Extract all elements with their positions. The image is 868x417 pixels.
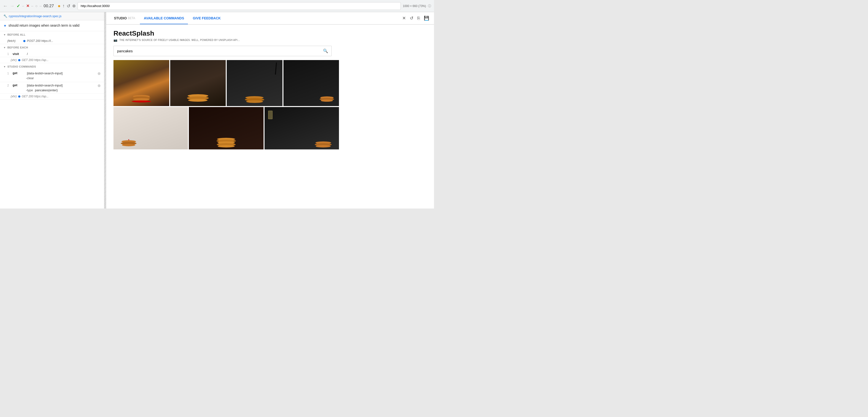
- app-subtitle-row: 📷 THE INTERNET'S SOURCE OF FREELY USABLE…: [114, 38, 427, 42]
- tab-give-feedback[interactable]: GIVE FEEDBACK: [189, 12, 224, 24]
- studio-xhr-row: (xhr) GET 200 https://ap...: [0, 94, 104, 100]
- search-input[interactable]: [114, 46, 319, 56]
- status-dash2: --: [31, 4, 33, 8]
- get-2-delete-button[interactable]: ⊗: [97, 83, 101, 88]
- test-icon: ✦: [3, 24, 6, 28]
- file-path-text: cypress/integration/image-search.spec.js: [9, 14, 61, 18]
- tab-available-commands[interactable]: AVAILABLE COMMANDS: [140, 12, 188, 24]
- before-each-label: BEFORE EACH: [7, 46, 28, 49]
- status-dash: --: [22, 4, 24, 8]
- sidebar-file-path[interactable]: 🔧 cypress/integration/image-search.spec.…: [0, 12, 104, 20]
- back-button[interactable]: ←: [3, 3, 8, 9]
- image-4: [283, 60, 339, 106]
- get-1-cmd-row: 1 get [data-testid=search-input] ⊗ -clea…: [0, 70, 104, 82]
- camera-icon: 📷: [114, 38, 118, 42]
- search-bar: 🔍: [114, 46, 332, 56]
- forward-button[interactable]: →: [10, 3, 14, 9]
- visit-num: 1: [7, 52, 12, 56]
- arrow-up-icon: ↑: [63, 3, 65, 8]
- visit-arg: /: [27, 52, 28, 56]
- search-button[interactable]: 🔍: [319, 46, 332, 56]
- before-all-caret: ▼: [3, 33, 6, 36]
- app-subtitle: THE INTERNET'S SOURCE OF FREELY USABLE I…: [120, 39, 240, 41]
- beta-label: BETA: [128, 16, 135, 20]
- image-2: [170, 60, 226, 106]
- reload-button[interactable]: ↺: [67, 3, 70, 9]
- xhr-dot: [18, 59, 20, 61]
- before-each-section-header[interactable]: ▼ BEFORE EACH: [0, 44, 104, 51]
- studio-commands-label: STUDIO COMMANDS: [7, 65, 36, 68]
- image-3: [227, 60, 282, 106]
- fetch-label: (fetch): [7, 39, 22, 43]
- get-1-num: 1: [7, 71, 12, 75]
- image-grid-bottom: [114, 107, 339, 149]
- vertical-divider: [104, 12, 106, 209]
- browser-chrome: ← → ✓ -- ✕ -- ○ -- 00.27 ● ↑ ↺ ⊕ 1000 × …: [0, 0, 434, 12]
- get-2-name: get: [12, 83, 26, 87]
- before-all-section-header[interactable]: ▼ BEFORE ALL: [0, 31, 104, 38]
- undo-button[interactable]: ↺: [409, 14, 414, 22]
- give-feedback-label: GIVE FEEDBACK: [193, 16, 221, 20]
- save-panel-icon: 💾: [424, 16, 429, 21]
- studio-label: STUDIO: [114, 16, 127, 20]
- viewport-info: 1000 × 660 (73%): [403, 4, 426, 8]
- loading-icon: ○: [35, 4, 38, 8]
- visit-cmd-row: 1 visit /: [0, 51, 104, 57]
- before-all-label: BEFORE ALL: [7, 33, 26, 36]
- fetch-cmd-row: (fetch) POST 200 https://l...: [0, 38, 104, 44]
- get-2-arg: [data-testid=search-input]: [27, 83, 63, 88]
- get-1-arg: [data-testid=search-input]: [27, 71, 63, 75]
- undo-icon: ↺: [410, 16, 413, 21]
- close-panel-button[interactable]: ✕: [401, 14, 407, 22]
- status-x-icon: ✕: [26, 4, 29, 8]
- status-check-icon: ✓: [17, 3, 20, 9]
- xhr-label: (xhr): [11, 58, 17, 62]
- studio-xhr-status: GET 200 https://ap...: [22, 95, 49, 98]
- before-each-xhr-row: (xhr) GET 200 https://ap...: [0, 57, 104, 63]
- commands-list: ▼ BEFORE ALL (fetch) POST 200 https://l.…: [0, 31, 104, 209]
- main-layout: 🔧 cypress/integration/image-search.spec.…: [0, 12, 434, 209]
- location-icon-button[interactable]: ⊕: [72, 3, 76, 8]
- save-panel-button[interactable]: 💾: [423, 14, 430, 22]
- xhr-status: GET 200 https://ap...: [22, 58, 49, 62]
- studio-xhr-label: (xhr): [11, 95, 17, 98]
- fetch-dot: [23, 40, 26, 42]
- close-icon: ✕: [402, 16, 406, 21]
- studio-commands-section-header[interactable]: ▼ STUDIO COMMANDS: [0, 63, 104, 70]
- before-each-caret: ▼: [3, 46, 6, 49]
- app-title: ReactSplash: [114, 30, 427, 37]
- visit-name: visit: [12, 52, 26, 56]
- get-2-cmd-row: 2 get [data-testid=search-input] ⊗ -type…: [0, 82, 104, 94]
- info-icon: ⓘ: [428, 4, 431, 8]
- get-2-sub-name: -type: [26, 89, 33, 92]
- preview-area: ReactSplash 📷 THE INTERNET'S SOURCE OF F…: [106, 25, 434, 209]
- file-icon: 🔧: [3, 14, 7, 18]
- image-7: [265, 107, 339, 149]
- sidebar: 🔧 cypress/integration/image-search.spec.…: [0, 12, 104, 209]
- get-2-sub-arg: pancakes{enter}: [35, 89, 58, 92]
- fetch-status: POST 200 https://l...: [27, 39, 53, 43]
- tab-studio[interactable]: STUDIO BETA: [110, 13, 139, 24]
- available-commands-label: AVAILABLE COMMANDS: [144, 16, 184, 20]
- test-name-text: should return images when search term is…: [8, 23, 80, 28]
- studio-xhr-dot: [18, 95, 20, 98]
- test-name-row: ✦ should return images when search term …: [0, 20, 104, 31]
- get-1-sub: -clear: [26, 76, 34, 80]
- dot-icon: ●: [58, 3, 61, 9]
- get-2-num: 2: [7, 83, 12, 87]
- app-panel: STUDIO BETA AVAILABLE COMMANDS GIVE FEED…: [106, 12, 434, 209]
- tab-actions: ✕ ↺ ⎘ 💾: [401, 14, 430, 22]
- image-6: [189, 107, 263, 149]
- studio-commands-caret: ▼: [3, 65, 6, 68]
- timer-display: 00.27: [44, 4, 56, 8]
- copy-panel-icon: ⎘: [417, 16, 420, 21]
- copy-panel-button[interactable]: ⎘: [416, 15, 421, 22]
- loading-dash: --: [39, 4, 42, 8]
- image-1: [114, 60, 169, 106]
- url-bar[interactable]: [78, 2, 401, 10]
- preview-frame: ReactSplash 📷 THE INTERNET'S SOURCE OF F…: [106, 25, 434, 209]
- panel-tabs: STUDIO BETA AVAILABLE COMMANDS GIVE FEED…: [106, 12, 434, 25]
- get-1-delete-button[interactable]: ⊗: [97, 71, 101, 76]
- image-grid-top: [114, 60, 339, 106]
- image-5: [114, 107, 188, 149]
